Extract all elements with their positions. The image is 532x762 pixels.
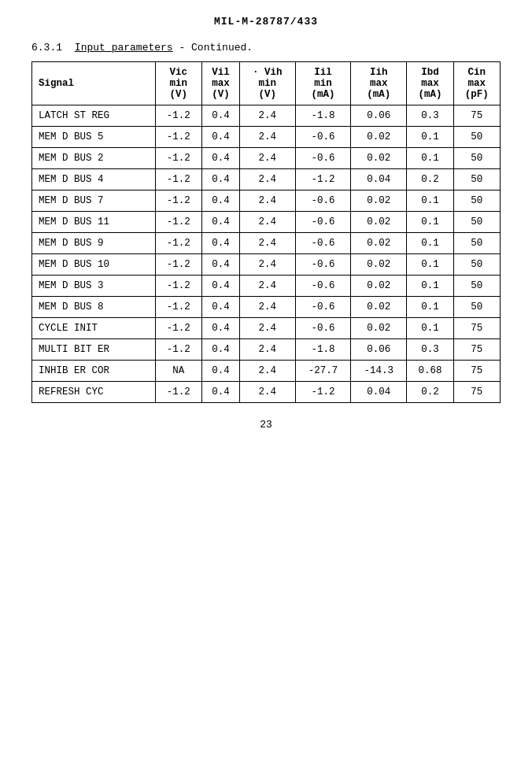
- table-row: MEM D BUS 7-1.20.42.4-0.60.020.150: [32, 190, 501, 212]
- table-row: MEM D BUS 9-1.20.42.4-0.60.020.150: [32, 233, 501, 254]
- cell-vic_min: -1.2: [155, 190, 201, 212]
- cell-vil_max: 0.4: [202, 127, 240, 148]
- cell-vil_max: 0.4: [202, 233, 240, 254]
- cell-vih_min: 2.4: [239, 254, 295, 276]
- cell-iih_max: -14.3: [351, 361, 407, 382]
- col-header-iih-max: Iihmax(mA): [351, 62, 407, 105]
- cell-vih_min: 2.4: [239, 190, 295, 212]
- cell-signal: MEM D BUS 9: [32, 233, 156, 254]
- section-label: Input parameters: [75, 42, 173, 54]
- cell-signal: LATCH ST REG: [32, 105, 156, 127]
- cell-signal: MEM D BUS 7: [32, 190, 156, 212]
- table-row: MEM D BUS 3-1.20.42.4-0.60.020.150: [32, 276, 501, 297]
- cell-cin_max: 75: [453, 361, 500, 382]
- cell-iil_min: -0.6: [295, 148, 351, 169]
- table-row: MEM D BUS 8-1.20.42.4-0.60.020.150: [32, 297, 501, 318]
- cell-vic_min: -1.2: [155, 169, 201, 190]
- cell-signal: MEM D BUS 3: [32, 276, 156, 297]
- cell-iil_min: -0.6: [295, 297, 351, 318]
- cell-vil_max: 0.4: [202, 105, 240, 127]
- cell-signal: MEM D BUS 5: [32, 127, 156, 148]
- cell-cin_max: 50: [453, 190, 500, 212]
- cell-iih_max: 0.02: [351, 233, 407, 254]
- cell-signal: MEM D BUS 8: [32, 297, 156, 318]
- cell-iil_min: -0.6: [295, 233, 351, 254]
- cell-cin_max: 75: [453, 339, 500, 361]
- col-header-ibd-max: Ibdmax(mA): [407, 62, 453, 105]
- cell-vic_min: -1.2: [155, 276, 201, 297]
- cell-vic_min: -1.2: [155, 382, 201, 403]
- cell-vil_max: 0.4: [202, 361, 240, 382]
- cell-vic_min: NA: [155, 361, 201, 382]
- cell-vih_min: 2.4: [239, 382, 295, 403]
- cell-vih_min: 2.4: [239, 339, 295, 361]
- cell-ibd_max: 0.3: [407, 339, 453, 361]
- table-row: CYCLE INIT-1.20.42.4-0.60.020.175: [32, 318, 501, 339]
- cell-ibd_max: 0.1: [407, 190, 453, 212]
- cell-vih_min: 2.4: [239, 361, 295, 382]
- cell-iih_max: 0.02: [351, 276, 407, 297]
- cell-vic_min: -1.2: [155, 254, 201, 276]
- table-row: MEM D BUS 10-1.20.42.4-0.60.020.150: [32, 254, 501, 276]
- cell-vic_min: -1.2: [155, 127, 201, 148]
- cell-cin_max: 50: [453, 233, 500, 254]
- cell-vih_min: 2.4: [239, 276, 295, 297]
- cell-cin_max: 50: [453, 148, 500, 169]
- cell-vil_max: 0.4: [202, 169, 240, 190]
- section-continued: - Continued.: [179, 42, 253, 54]
- cell-vih_min: 2.4: [239, 169, 295, 190]
- parameters-table: Signal Vicmin(V) Vilmax(V) · Vihmin(V) I…: [31, 61, 501, 403]
- col-header-vic-min: Vicmin(V): [155, 62, 201, 105]
- cell-iil_min: -0.6: [295, 190, 351, 212]
- cell-iil_min: -0.6: [295, 276, 351, 297]
- section-number: 6.3.1: [31, 42, 62, 54]
- cell-signal: MEM D BUS 11: [32, 212, 156, 233]
- cell-vil_max: 0.4: [202, 212, 240, 233]
- cell-vih_min: 2.4: [239, 233, 295, 254]
- cell-iil_min: -0.6: [295, 127, 351, 148]
- cell-cin_max: 50: [453, 297, 500, 318]
- cell-iil_min: -1.2: [295, 169, 351, 190]
- cell-iih_max: 0.02: [351, 297, 407, 318]
- cell-signal: MEM D BUS 4: [32, 169, 156, 190]
- cell-vih_min: 2.4: [239, 127, 295, 148]
- cell-iih_max: 0.02: [351, 318, 407, 339]
- cell-iih_max: 0.06: [351, 339, 407, 361]
- document-title: MIL-M-28787/433: [31, 16, 501, 28]
- col-header-iil-min: Iilmin(mA): [295, 62, 351, 105]
- cell-ibd_max: 0.3: [407, 105, 453, 127]
- cell-vih_min: 2.4: [239, 318, 295, 339]
- cell-vil_max: 0.4: [202, 276, 240, 297]
- table-row: MEM D BUS 5-1.20.42.4-0.60.020.150: [32, 127, 501, 148]
- table-row: MEM D BUS 11-1.20.42.4-0.60.020.150: [32, 212, 501, 233]
- cell-vil_max: 0.4: [202, 254, 240, 276]
- cell-signal: REFRESH CYC: [32, 382, 156, 403]
- cell-vic_min: -1.2: [155, 297, 201, 318]
- col-header-cin-max: Cinmax(pF): [453, 62, 500, 105]
- cell-vil_max: 0.4: [202, 339, 240, 361]
- cell-ibd_max: 0.1: [407, 127, 453, 148]
- cell-iil_min: -1.2: [295, 382, 351, 403]
- cell-iih_max: 0.02: [351, 148, 407, 169]
- cell-cin_max: 75: [453, 382, 500, 403]
- cell-iih_max: 0.02: [351, 212, 407, 233]
- cell-iil_min: -1.8: [295, 105, 351, 127]
- cell-ibd_max: 0.1: [407, 297, 453, 318]
- cell-vic_min: -1.2: [155, 105, 201, 127]
- cell-vic_min: -1.2: [155, 233, 201, 254]
- cell-iil_min: -1.8: [295, 339, 351, 361]
- cell-iil_min: -0.6: [295, 212, 351, 233]
- cell-ibd_max: 0.1: [407, 276, 453, 297]
- cell-vil_max: 0.4: [202, 148, 240, 169]
- cell-cin_max: 50: [453, 169, 500, 190]
- table-row: REFRESH CYC-1.20.42.4-1.20.040.275: [32, 382, 501, 403]
- cell-signal: MEM D BUS 10: [32, 254, 156, 276]
- cell-ibd_max: 0.2: [407, 382, 453, 403]
- table-row: INHIB ER CORNA0.42.4-27.7-14.30.6875: [32, 361, 501, 382]
- cell-cin_max: 50: [453, 212, 500, 233]
- cell-iih_max: 0.04: [351, 169, 407, 190]
- cell-cin_max: 50: [453, 127, 500, 148]
- page-number: 23: [31, 419, 501, 431]
- cell-vih_min: 2.4: [239, 148, 295, 169]
- cell-ibd_max: 0.1: [407, 148, 453, 169]
